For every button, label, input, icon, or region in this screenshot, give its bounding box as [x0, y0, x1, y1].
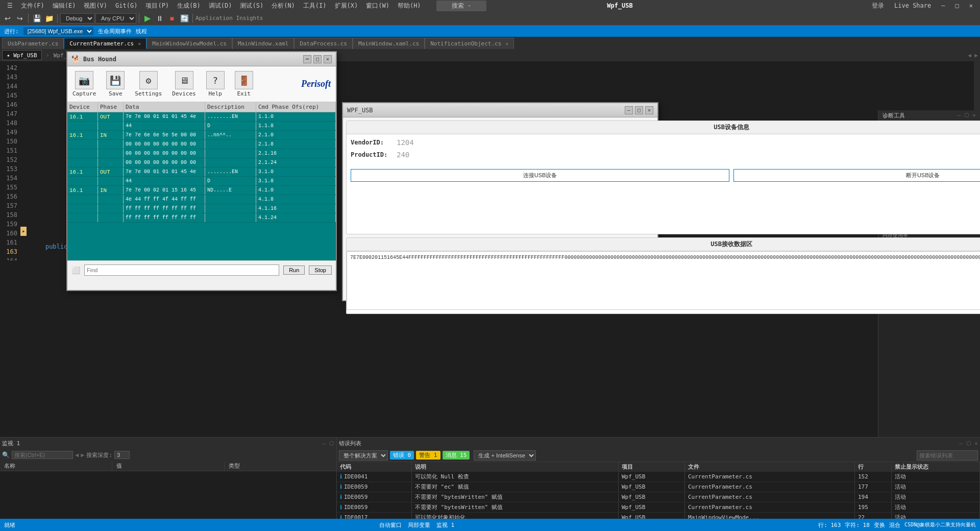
menu-help[interactable]: 帮助(H) [395, 1, 424, 11]
bh-footer: ⬜ Run Stop [67, 260, 336, 279]
bh-minimize[interactable]: — [303, 55, 311, 63]
bh-capture-btn[interactable]: 📷 Capture [72, 71, 96, 97]
toolbar-run[interactable]: ▶ [142, 13, 153, 24]
usb-info-header: USB设备信息 [347, 121, 980, 134]
bottom-tab-watch[interactable]: 监视 1 [436, 521, 454, 529]
status-text: 就绪 [4, 521, 15, 529]
toolbar-pause[interactable]: ⏸ [154, 13, 165, 24]
error-project: Wpf_USB [618, 502, 684, 513]
toolbar-save[interactable]: 💾 [31, 13, 42, 24]
connect-usb-btn[interactable]: 连接USB设备 [351, 169, 729, 182]
bh-data-row-8: 44 D 3.1.8 [67, 177, 336, 186]
error-file: CurrentParameter.cs [684, 482, 854, 492]
error-table-row[interactable]: ℹIDE0059 不需要对 "ec" 赋值 Wpf_USB CurrentPar… [337, 482, 980, 492]
menu-view[interactable]: 视图(V) [81, 1, 110, 11]
toolbar-restart[interactable]: 🔄 [179, 13, 190, 24]
bh-save-icon: 💾 [106, 71, 125, 89]
error-code: ℹIDE0059 [337, 502, 411, 513]
wpf-minimize[interactable]: — [625, 106, 633, 114]
menu-analyze[interactable]: 分析(N) [268, 1, 298, 11]
menu-git[interactable]: Git(G) [112, 1, 140, 10]
bh-data-area[interactable]: 16.1 OUT 7e 7e 00 01 01 01 45 4e .......… [67, 112, 336, 260]
bh-close[interactable]: ✕ [324, 55, 332, 63]
process-select[interactable]: [25680] Wpf_USB.exe [23, 27, 94, 36]
menu-file[interactable]: 文件(F) [18, 1, 47, 11]
error-code: ℹIDE0059 [337, 482, 411, 492]
toolbar-sep-1 [28, 14, 29, 23]
tab-usb-parameter[interactable]: UsbParameter.cs [2, 38, 64, 49]
tab-mainwindow-xaml[interactable]: MainWindow.xaml [232, 38, 294, 49]
window-min[interactable]: — [938, 1, 948, 10]
error-table-row[interactable]: ℹIDE0059 不需要对 "bytesWritten" 赋值 Wpf_USB … [337, 502, 980, 513]
login-btn[interactable]: 登录 [869, 1, 887, 11]
watch-search-input[interactable] [12, 451, 73, 459]
menu-extensions[interactable]: 扩展(X) [332, 1, 361, 11]
tab-close-notification[interactable]: ✕ [505, 41, 508, 46]
error-table-row[interactable]: ℹIDE0017 可以简化对象初始化 Wpf_USB MainWindowVie… [337, 513, 980, 519]
error-line: 177 [854, 482, 891, 492]
build-filter[interactable]: 生成 + IntelliSense [474, 450, 536, 461]
wpf-content: USB设备信息 VendorID: 1204 ProductID: 240 连接… [343, 117, 657, 300]
bh-devices-btn[interactable]: 🖥 Devices [172, 71, 195, 97]
error-status: 活动 [891, 492, 979, 502]
second-tab-wpf[interactable]: ✦ Wpf_USB [2, 50, 42, 60]
bh-stop-btn[interactable]: Stop [309, 266, 332, 275]
depth-input[interactable] [114, 451, 130, 459]
liveshare-btn[interactable]: Live Share [891, 1, 934, 10]
tab-main-viewmodel[interactable]: MainWindowViewModel.cs [146, 38, 232, 49]
menu-window[interactable]: 窗口(W) [363, 1, 393, 11]
tab-current-parameter[interactable]: CurrentParameter.cs ✕ [64, 38, 146, 49]
debug-mode-select[interactable]: Debug [60, 13, 94, 23]
solution-filter[interactable]: 整个解决方案 [339, 450, 388, 461]
wpf-maximize[interactable]: □ [635, 106, 643, 114]
menu-test[interactable]: 测试(S) [237, 1, 266, 11]
toolbar-redo[interactable]: ↪ [14, 13, 26, 24]
toolbar-stop[interactable]: ■ [166, 13, 178, 24]
menu-edit[interactable]: 编辑(E) [50, 1, 79, 11]
window-max[interactable]: □ [952, 1, 962, 10]
error-controls: — ⬡ ✕ [960, 440, 978, 447]
bh-help-btn[interactable]: ? Help [206, 71, 225, 97]
menu-project[interactable]: 项目(P) [142, 1, 172, 11]
warning-count[interactable]: 警告 1 [416, 451, 440, 460]
error-search[interactable] [917, 450, 978, 461]
toolbar-undo[interactable]: ↩ [2, 13, 13, 24]
menu-build[interactable]: 生成(B) [174, 1, 204, 11]
error-table-row[interactable]: ℹIDE0059 不需要对 "bytesWritten" 赋值 Wpf_USB … [337, 492, 980, 502]
breadcrumb-separator: › [46, 52, 50, 59]
bottom-tab-auto[interactable]: 自动窗口 [379, 521, 402, 529]
wpf-close[interactable]: ✕ [645, 106, 653, 114]
error-tab-bar: 错误列表 — ⬡ ✕ [337, 438, 980, 449]
disconnect-usb-btn[interactable]: 断开USB设备 [733, 169, 980, 182]
nav-right-icon[interactable]: ▶ [81, 451, 84, 458]
bottom-tab-local[interactable]: 局部变量 [408, 521, 430, 529]
bh-maximize[interactable]: □ [313, 55, 322, 63]
error-table-row[interactable]: ℹIDE0041 可以简化 Null 检查 Wpf_USB CurrentPar… [337, 472, 980, 482]
search-box[interactable]: 搜索 - [436, 1, 486, 11]
cpu-select[interactable]: Any CPU [95, 13, 136, 23]
nav-left-icon[interactable]: ◀ [75, 451, 79, 458]
bh-data-row-1: 16.1 OUT 7e 7e 00 01 01 01 45 4e .......… [67, 112, 336, 122]
toolbar-open[interactable]: 📁 [43, 13, 55, 24]
tab-dataprocess[interactable]: DataProcess.cs [294, 38, 353, 49]
wpf-win-controls: — □ ✕ [625, 106, 653, 114]
watch-controls: — ⬡ [323, 440, 334, 447]
message-count[interactable]: 消息 15 [443, 451, 470, 460]
window-close[interactable]: ✕ [966, 1, 976, 10]
bh-run-btn[interactable]: Run [283, 266, 305, 275]
bh-find-input[interactable] [84, 264, 279, 276]
tab-notification[interactable]: NotificationObject.cs ✕ [425, 38, 514, 49]
tab-close-current[interactable]: ✕ [138, 41, 141, 46]
bh-settings-btn[interactable]: ⚙ Settings [135, 71, 162, 97]
bh-save-btn[interactable]: 💾 Save [106, 71, 125, 97]
scroll-controls[interactable]: ◀ ▶ [968, 52, 978, 59]
menu-tools[interactable]: 工具(I) [300, 1, 330, 11]
menu-debug[interactable]: 调试(D) [206, 1, 235, 11]
error-status: 活动 [891, 502, 979, 513]
recv-data-area[interactable]: 7E7E000201151645E44FFFFFFFFFFFFFFFFFFFFF… [347, 251, 980, 310]
bh-exit-btn[interactable]: 🚪 Exit [235, 71, 253, 97]
error-count[interactable]: 错误 0 [390, 451, 414, 460]
error-table-container[interactable]: 代码 说明 项目 文件 行 禁止显示状态 ℹIDE0041 可以简化 Null … [337, 462, 980, 519]
tab-mainwindow-cs[interactable]: MainWindow.xaml.cs [353, 38, 425, 49]
error-line: 195 [854, 502, 891, 513]
